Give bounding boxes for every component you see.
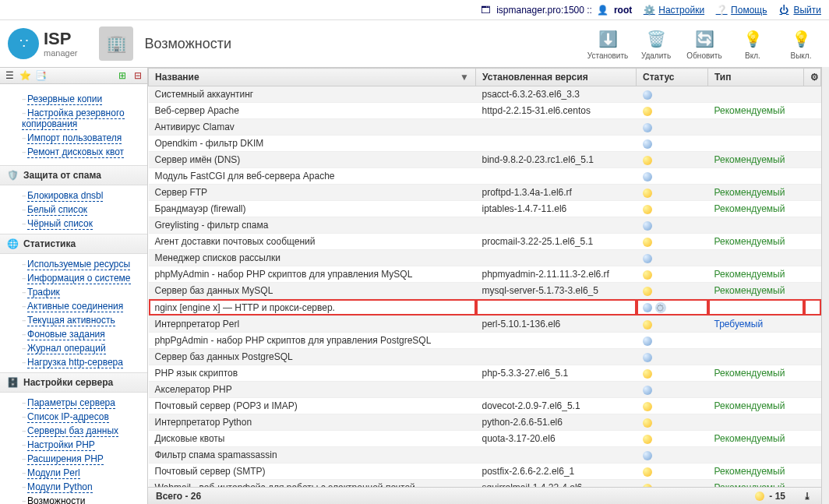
cell-status bbox=[637, 119, 708, 136]
top-bar: 🗔 ispmanager.pro:1500 :: 👤 root ⚙️Настро… bbox=[0, 0, 829, 20]
table-row[interactable]: Антивирус Clamav bbox=[149, 119, 821, 136]
cell-cfg bbox=[804, 266, 821, 283]
bulb-on-icon bbox=[643, 238, 652, 247]
table-row[interactable]: Агент доставки почтовых сообщенийprocmai… bbox=[149, 234, 821, 250]
cell-name: Акселератор PHP bbox=[149, 382, 476, 398]
delete-button[interactable]: 🗑️Удалить bbox=[636, 28, 676, 60]
cell-name: Менеджер списков рассылки bbox=[149, 250, 476, 266]
sidebar-link[interactable]: Модули Perl bbox=[27, 467, 80, 479]
cell-version bbox=[476, 119, 637, 136]
sidebar-link[interactable]: Нагрузка http-сервера bbox=[27, 357, 123, 368]
sidebar-link[interactable]: Трафик bbox=[27, 287, 60, 298]
table-row[interactable]: Акселератор PHP bbox=[149, 382, 821, 398]
sidebar-link[interactable]: Возможности bbox=[27, 495, 85, 504]
table-scroll[interactable]: Название▼ Установленная версия Статус Ти… bbox=[148, 67, 821, 487]
cell-type: Рекомендуемый bbox=[708, 234, 804, 250]
host-info: 🗔 ispmanager.pro:1500 :: 👤 root bbox=[479, 4, 632, 16]
table-row[interactable]: Фильтр спама spamassassin bbox=[149, 447, 821, 463]
cell-name: phpPgAdmin - набор PHP скриптов для упра… bbox=[149, 333, 476, 349]
cell-cfg bbox=[804, 152, 821, 168]
sidebar-link[interactable]: Серверы баз данных bbox=[27, 425, 118, 437]
table-row[interactable]: Сервер имён (DNS)bind-9.8.2-0.23.rc1.el6… bbox=[149, 152, 821, 168]
cell-status bbox=[637, 217, 708, 234]
help-link[interactable]: ❔Помощь bbox=[715, 4, 767, 16]
table-row[interactable]: Дисковые квотыquota-3.17-20.el6Рекоменду… bbox=[149, 431, 821, 447]
sidebar-link[interactable]: Настройка резервного копирования bbox=[22, 107, 125, 130]
table-row[interactable]: Сервер баз данных MySQLmysql-server-5.1.… bbox=[149, 283, 821, 299]
cell-type: Требуемый bbox=[708, 316, 804, 333]
off-button[interactable]: 💡Выкл. bbox=[781, 28, 821, 60]
settings-link[interactable]: ⚙️Настройки bbox=[643, 4, 704, 16]
tree-icon[interactable]: 📑 bbox=[34, 69, 47, 82]
col-status-header[interactable]: Статус bbox=[637, 69, 708, 86]
col-type-header[interactable]: Тип bbox=[708, 69, 804, 86]
sidebar-link[interactable]: Активные соединения bbox=[27, 301, 123, 312]
on-button[interactable]: 💡Вкл. bbox=[732, 28, 773, 60]
sidebar-link[interactable]: Список IP-адресов bbox=[27, 411, 109, 423]
bulb-on-icon bbox=[643, 205, 652, 214]
cell-name: Дисковые квоты bbox=[149, 431, 476, 447]
sidebar-group-title[interactable]: 🗄️Настройки сервера bbox=[0, 372, 147, 393]
sidebar-link[interactable]: Используемые ресурсы bbox=[27, 259, 130, 270]
table-row[interactable]: phpPgAdmin - набор PHP скриптов для упра… bbox=[149, 333, 821, 349]
table-row[interactable]: phpMyAdmin - набор PHP скриптов для упра… bbox=[149, 266, 821, 283]
bulb-on-icon bbox=[643, 287, 652, 296]
refresh-button[interactable]: 🔄Обновить bbox=[684, 28, 725, 60]
table-row[interactable]: nginx [engine x] — HTTP и прокси-сервер.… bbox=[149, 299, 821, 316]
cell-name: Сервер имён (DNS) bbox=[149, 152, 476, 168]
sidebar-link[interactable]: Текущая активность bbox=[27, 315, 115, 326]
scrollbar[interactable] bbox=[821, 67, 829, 504]
menu-icon[interactable]: ☰ bbox=[3, 69, 16, 82]
favorite-icon[interactable]: ⭐ bbox=[19, 69, 31, 82]
sidebar-link[interactable]: Фоновые задания bbox=[27, 329, 105, 340]
table-row[interactable]: PHP язык скриптовphp-5.3.3-27.el6_5.1Рек… bbox=[149, 365, 821, 382]
gear-icon: ⚙️ bbox=[643, 4, 655, 16]
sidebar-group-title[interactable]: 🌐Статистика bbox=[0, 234, 147, 254]
table-row[interactable]: Модуль FastCGI для веб-сервера Apache bbox=[149, 168, 821, 185]
sidebar-link[interactable]: Чёрный список bbox=[27, 218, 93, 230]
table-row[interactable]: Greylisting - фильтр спама bbox=[149, 217, 821, 234]
cell-name: Системный аккаунтинг bbox=[149, 86, 476, 103]
table-row[interactable]: Системный аккаунтингpsacct-6.3.2-63.el6_… bbox=[149, 86, 821, 103]
sidebar-link[interactable]: Блокировка dnsbl bbox=[27, 190, 103, 202]
install-button[interactable]: ⬇️Установить bbox=[587, 28, 628, 60]
sidebar-link[interactable]: Настройки PHP bbox=[27, 439, 95, 451]
table-row[interactable]: Менеджер списков рассылки bbox=[149, 250, 821, 266]
cell-status bbox=[637, 349, 708, 365]
cell-status bbox=[637, 333, 708, 349]
table-row[interactable]: Интерпретатор Perlperl-5.10.1-136.el6Тре… bbox=[149, 316, 821, 333]
cell-name: Сервер FTP bbox=[149, 185, 476, 201]
col-version-header[interactable]: Установленная версия bbox=[476, 69, 637, 86]
features-table: Название▼ Установленная версия Статус Ти… bbox=[148, 68, 821, 487]
sidebar-link[interactable]: Информация о системе bbox=[27, 273, 130, 284]
footer-total: Всего - 26 bbox=[156, 491, 201, 502]
col-name-header[interactable]: Название▼ bbox=[149, 69, 476, 86]
table-row[interactable]: Почтовый сервер (SMTP)postfix-2.6.6-2.2.… bbox=[149, 463, 821, 480]
table-row[interactable]: Сервер баз данных PostgreSQL bbox=[149, 349, 821, 365]
cell-cfg bbox=[804, 382, 821, 398]
table-row[interactable]: Сервер FTPproftpd-1.3.4a-1.el6.rfРекомен… bbox=[149, 185, 821, 201]
export-icon[interactable]: ⤓ bbox=[801, 490, 813, 502]
remove-icon[interactable]: ⊟ bbox=[132, 69, 144, 82]
sidebar-link[interactable]: Белый список bbox=[27, 204, 87, 216]
table-row[interactable]: Веб-сервер Apachehttpd-2.2.15-31.el6.cen… bbox=[149, 103, 821, 119]
sidebar-link[interactable]: Расширения PHP bbox=[27, 453, 104, 465]
sidebar-link[interactable]: Параметры сервера bbox=[27, 397, 115, 409]
table-row[interactable]: Opendkim - фильтр DKIM bbox=[149, 136, 821, 152]
cell-version: dovecot-2.0.9-7.el6_5.1 bbox=[476, 398, 637, 414]
sidebar-link[interactable]: Ремонт дисковых квот bbox=[27, 146, 124, 158]
sidebar-link[interactable]: Модули Python bbox=[27, 481, 93, 493]
table-row[interactable]: Брандмауэр (firewall)iptables-1.4.7-11.e… bbox=[149, 201, 821, 217]
logout-link[interactable]: ⏻Выйти bbox=[778, 4, 821, 16]
sidebar-link[interactable]: Импорт пользователя bbox=[27, 132, 122, 144]
cell-status bbox=[637, 365, 708, 382]
sidebar-link[interactable]: Журнал операций bbox=[27, 343, 106, 354]
table-row[interactable]: Webmail - веб-интерфейс для работы с эле… bbox=[149, 480, 821, 488]
add-icon[interactable]: ⊞ bbox=[116, 69, 129, 82]
bulb-off-icon bbox=[643, 90, 652, 100]
sidebar-link[interactable]: Резервные копии bbox=[27, 93, 102, 105]
sidebar-group-title[interactable]: 🛡️Защита от спама bbox=[0, 165, 147, 185]
table-row[interactable]: Почтовый сервер (POP3 и IMAP)dovecot-2.0… bbox=[149, 398, 821, 414]
col-config-header[interactable]: ⚙ bbox=[804, 69, 821, 86]
table-row[interactable]: Интерпретатор Pythonpython-2.6.6-51.el6 bbox=[149, 414, 821, 431]
